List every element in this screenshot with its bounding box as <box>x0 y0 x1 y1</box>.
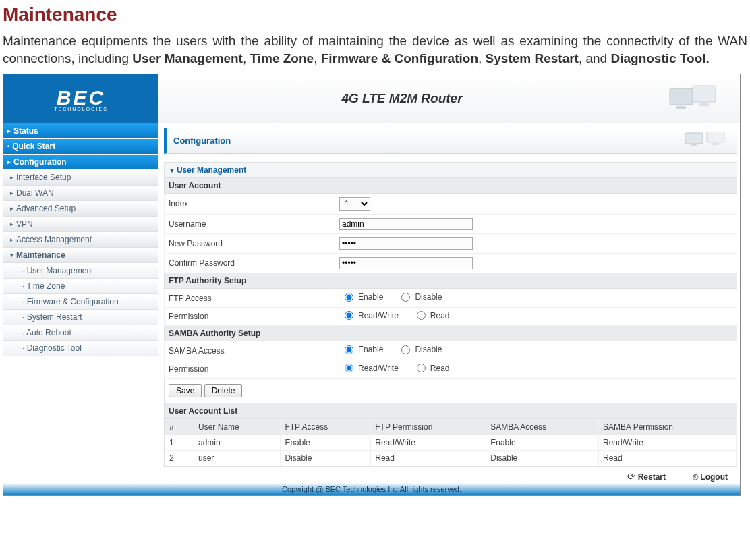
sidebar-item-firmware-configuration[interactable]: · Firmware & Configuration <box>3 294 158 310</box>
ftp-authority-header: FTP Authority Setup <box>165 273 737 289</box>
index-select[interactable]: 1 <box>339 197 370 211</box>
svg-rect-6 <box>691 144 697 146</box>
intro-bold-4: System Restart <box>486 51 579 65</box>
monitor-icon <box>683 132 730 150</box>
sidebar-item-dual-wan[interactable]: ▸ Dual WAN <box>3 186 158 201</box>
sidebar-label: Interface Setup <box>16 173 71 182</box>
col-samba-permission: SAMBA Permission <box>599 420 737 435</box>
sidebar-item-vpn[interactable]: ▸ VPN <box>3 217 158 232</box>
disable-label: Disable <box>415 345 442 354</box>
read-label: Read <box>430 364 450 373</box>
ftp-access-disable-radio[interactable] <box>401 293 410 302</box>
sidebar-item-access-management[interactable]: ▸ Access Management <box>3 232 158 248</box>
logout-button[interactable]: ⎋ Logout <box>693 471 728 482</box>
svg-rect-4 <box>685 133 703 144</box>
samba-perm-read-radio[interactable] <box>417 364 426 372</box>
router-screenshot: BEC TECHNOLOGIES 4G LTE M2M Router ▸ Sta… <box>3 74 741 496</box>
bullet-icon: • <box>7 143 9 150</box>
chevron-right-icon: ▸ <box>10 205 13 212</box>
sidebar-label: Maintenance <box>16 250 65 260</box>
logo-text: BEC <box>57 86 105 109</box>
samba-permission-label: Permission <box>165 360 335 379</box>
svg-rect-1 <box>693 86 716 102</box>
samba-access-label: SAMBA Access <box>165 341 335 360</box>
restart-button[interactable]: ⟳ Restart <box>627 471 666 482</box>
sidebar-label: Advanced Setup <box>16 204 76 213</box>
panel-title-text: Configuration <box>173 136 231 146</box>
ftp-access-enable-radio[interactable] <box>345 293 353 302</box>
intro-bold-1: User Management <box>132 51 243 65</box>
samba-authority-header: SAMBA Authority Setup <box>165 326 737 341</box>
svg-rect-3 <box>699 103 709 106</box>
user-account-list-table: # User Name FTP Access FTP Permission SA… <box>165 419 737 466</box>
table-row[interactable]: 2 user Disable Read Disable Read <box>165 451 737 466</box>
sidebar-label: Configuration <box>13 157 67 167</box>
intro-bold-2: Time Zone <box>250 51 314 65</box>
sidebar-item-status[interactable]: ▸ Status <box>3 123 158 139</box>
save-button[interactable]: Save <box>169 384 202 397</box>
intro-bold-3: Firmware & Configuration <box>321 51 478 65</box>
sidebar-label: Quick Start <box>12 142 55 151</box>
sidebar-item-diagnostic-tool[interactable]: · Diagnostic Tool <box>3 341 158 356</box>
sidebar-item-auto-reboot[interactable]: · Auto Reboot <box>3 325 158 341</box>
brand-logo: BEC TECHNOLOGIES <box>3 74 158 123</box>
svg-rect-7 <box>712 143 719 145</box>
sidebar-item-maintenance[interactable]: ▾ Maintenance <box>3 248 158 263</box>
panel-titlebar: Configuration <box>164 128 737 154</box>
readwrite-label: Read/Write <box>358 311 399 320</box>
samba-perm-readwrite-radio[interactable] <box>345 364 353 372</box>
copyright-bar: Copyright @ BEC Technologies Inc.All rig… <box>3 483 740 495</box>
sidebar-item-user-management[interactable]: · User Management <box>3 263 158 279</box>
content-panel: Configuration ▼User Management User Acco… <box>158 123 740 483</box>
delete-button[interactable]: Delete <box>204 384 243 397</box>
col-ftp-permission: FTP Permission <box>371 420 486 435</box>
intro-bold-5: Diagnostic Tool. <box>610 51 709 65</box>
confirm-password-input[interactable] <box>339 257 473 269</box>
ftp-perm-read-radio[interactable] <box>417 311 426 320</box>
sidebar-item-advanced-setup[interactable]: ▸ Advanced Setup <box>3 201 158 217</box>
table-row[interactable]: 1 admin Enable Read/Write Enable Read/Wr… <box>165 435 737 451</box>
read-label: Read <box>430 311 450 320</box>
sidebar-item-system-restart[interactable]: · System Restart <box>3 310 158 325</box>
sidebar-item-interface-setup[interactable]: ▸ Interface Setup <box>3 170 158 186</box>
sidebar-item-time-zone[interactable]: · Time Zone <box>3 279 158 294</box>
chevron-right-icon: ▸ <box>10 174 13 181</box>
enable-label: Enable <box>358 345 383 354</box>
user-account-header: User Account <box>165 178 737 194</box>
svg-rect-0 <box>670 88 693 105</box>
col-ftp-access: FTP Access <box>281 420 371 435</box>
chevron-right-icon: ▸ <box>7 128 11 134</box>
user-account-list-header: User Account List <box>165 403 737 419</box>
router-header: BEC TECHNOLOGIES 4G LTE M2M Router <box>3 74 740 123</box>
chevron-right-icon: ▸ <box>10 236 13 243</box>
chevron-down-icon: ▾ <box>10 252 13 258</box>
chevron-right-icon: ▸ <box>10 221 13 227</box>
sidebar-label: Access Management <box>16 235 92 244</box>
section-title: ▼User Management <box>165 163 737 178</box>
ftp-permission-label: Permission <box>165 307 335 326</box>
sidebar-item-quick-start[interactable]: • Quick Start <box>3 139 158 155</box>
product-title: 4G LTE M2M Router <box>158 74 645 123</box>
svg-rect-2 <box>676 106 686 109</box>
new-password-input[interactable] <box>339 237 473 250</box>
doc-intro: Maintenance equipments the users with th… <box>3 32 747 67</box>
username-label: Username <box>165 215 335 234</box>
samba-access-disable-radio[interactable] <box>401 345 410 354</box>
enable-label: Enable <box>358 292 383 302</box>
restart-icon: ⟳ <box>627 471 635 482</box>
sidebar-item-configuration[interactable]: ▸ Configuration <box>3 155 158 170</box>
col-username: User Name <box>194 420 281 435</box>
footer-bar: ⟳ Restart ⎋ Logout <box>164 467 737 483</box>
chevron-right-icon: ▸ <box>7 159 11 165</box>
new-password-label: New Password <box>165 234 335 254</box>
sidebar-label: Dual WAN <box>16 188 54 198</box>
triangle-down-icon: ▼ <box>169 167 175 174</box>
ftp-access-label: FTP Access <box>165 289 335 308</box>
col-samba-access: SAMBA Access <box>486 420 599 435</box>
username-input[interactable] <box>339 218 473 230</box>
samba-access-enable-radio[interactable] <box>345 345 353 354</box>
logout-icon: ⎋ <box>693 471 698 482</box>
ftp-perm-readwrite-radio[interactable] <box>345 311 353 320</box>
col-num: # <box>165 420 194 435</box>
svg-rect-5 <box>707 132 724 142</box>
